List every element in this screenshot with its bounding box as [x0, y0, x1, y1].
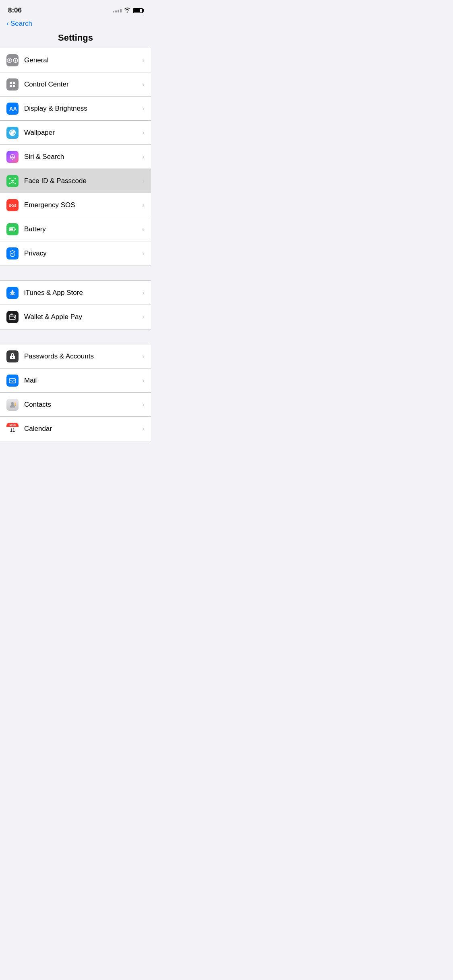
calendar-chevron: ›: [142, 425, 145, 433]
battery-label: Battery: [24, 225, 142, 233]
siri-search-label: Siri & Search: [24, 153, 142, 161]
face-id-label: Face ID & Passcode: [24, 177, 142, 185]
siri-icon: [6, 151, 19, 163]
calendar-icon: MON 11: [6, 423, 19, 435]
settings-row-display-brightness[interactable]: AA Display & Brightness ›: [0, 97, 151, 121]
wifi-icon: [124, 7, 130, 14]
passwords-accounts-label: Passwords & Accounts: [24, 352, 142, 360]
page-title-bar: Settings: [0, 31, 151, 48]
svg-rect-19: [15, 229, 16, 230]
wallet-applepay-label: Wallet & Apple Pay: [24, 313, 142, 321]
face-id-chevron: ›: [142, 177, 145, 185]
page-title: Settings: [0, 33, 151, 43]
section-gap-1: [0, 266, 151, 280]
emergency-sos-chevron: ›: [142, 201, 145, 209]
privacy-label: Privacy: [24, 249, 142, 257]
face-id-icon: [6, 175, 19, 187]
svg-rect-31: [14, 405, 16, 406]
svg-rect-1: [10, 82, 12, 84]
status-icons: [113, 7, 143, 14]
control-center-label: Control Center: [24, 80, 142, 89]
siri-search-chevron: ›: [142, 153, 145, 161]
svg-text:AA: AA: [9, 106, 17, 112]
svg-rect-26: [14, 317, 15, 318]
emergency-sos-icon: SOS: [6, 199, 19, 211]
settings-row-siri-search[interactable]: Siri & Search ›: [0, 145, 151, 169]
mail-label: Mail: [24, 377, 142, 385]
wallpaper-icon: [6, 127, 19, 139]
settings-group-1: General › Control Center › AA Display & …: [0, 48, 151, 266]
svg-point-28: [11, 402, 14, 405]
passwords-accounts-chevron: ›: [142, 352, 145, 360]
general-label: General: [24, 56, 142, 64]
settings-row-contacts[interactable]: Contacts ›: [0, 393, 151, 417]
settings-row-emergency-sos[interactable]: SOS Emergency SOS ›: [0, 193, 151, 217]
svg-rect-2: [13, 82, 15, 84]
display-brightness-chevron: ›: [142, 105, 145, 113]
svg-text:11: 11: [10, 428, 15, 432]
battery-icon-row: [6, 223, 19, 235]
svg-rect-27: [9, 379, 16, 383]
wallet-icon: [6, 311, 19, 323]
settings-row-general[interactable]: General ›: [0, 48, 151, 72]
emergency-sos-label: Emergency SOS: [24, 201, 142, 209]
settings-row-passwords-accounts[interactable]: Passwords & Accounts ›: [0, 344, 151, 369]
contacts-chevron: ›: [142, 401, 145, 409]
general-chevron: ›: [142, 56, 145, 64]
svg-rect-30: [14, 404, 16, 405]
itunes-appstore-chevron: ›: [142, 289, 145, 297]
settings-group-2: iTunes & App Store › Wallet & Apple Pay …: [0, 280, 151, 329]
svg-rect-29: [14, 403, 16, 404]
svg-rect-20: [10, 228, 13, 230]
settings-row-battery[interactable]: Battery ›: [0, 217, 151, 241]
back-label: Search: [10, 20, 32, 28]
control-center-chevron: ›: [142, 80, 145, 89]
svg-point-16: [12, 156, 13, 158]
nav-bar: ‹ Search: [0, 18, 151, 31]
settings-row-wallpaper[interactable]: Wallpaper ›: [0, 121, 151, 145]
contacts-label: Contacts: [24, 401, 142, 409]
svg-text:SOS: SOS: [9, 204, 17, 208]
battery-status-icon: [133, 8, 143, 13]
signal-icon: [113, 9, 122, 12]
contacts-icon: [6, 399, 19, 411]
status-bar: 8:06: [0, 0, 151, 18]
wallpaper-chevron: ›: [142, 129, 145, 137]
settings-row-mail[interactable]: Mail ›: [0, 369, 151, 393]
display-brightness-icon: AA: [6, 103, 19, 115]
settings-row-face-id[interactable]: Face ID & Passcode ›: [0, 169, 151, 193]
settings-row-control-center[interactable]: Control Center ›: [0, 72, 151, 97]
battery-chevron: ›: [142, 225, 145, 233]
mail-chevron: ›: [142, 377, 145, 385]
passwords-icon: [6, 350, 19, 362]
svg-text:MON: MON: [9, 424, 15, 426]
control-center-icon: [6, 78, 19, 91]
calendar-label: Calendar: [24, 425, 142, 433]
display-brightness-label: Display & Brightness: [24, 105, 142, 113]
back-chevron-icon: ‹: [6, 19, 9, 28]
itunes-appstore-label: iTunes & App Store: [24, 289, 142, 297]
general-icon: [6, 54, 19, 66]
status-time: 8:06: [8, 6, 22, 14]
appstore-icon: [6, 287, 19, 299]
wallpaper-label: Wallpaper: [24, 129, 142, 137]
privacy-chevron: ›: [142, 249, 145, 257]
settings-row-privacy[interactable]: Privacy ›: [0, 241, 151, 266]
settings-row-itunes-appstore[interactable]: iTunes & App Store ›: [0, 281, 151, 305]
settings-row-wallet-applepay[interactable]: Wallet & Apple Pay ›: [0, 305, 151, 329]
privacy-icon: [6, 247, 19, 259]
settings-group-3: Passwords & Accounts › Mail › Contacts ›: [0, 344, 151, 441]
mail-icon: [6, 375, 19, 387]
svg-rect-25: [9, 316, 16, 317]
section-gap-2: [0, 329, 151, 344]
settings-row-calendar[interactable]: MON 11 Calendar ›: [0, 417, 151, 441]
back-button[interactable]: ‹ Search: [6, 19, 32, 28]
wallet-applepay-chevron: ›: [142, 313, 145, 321]
svg-rect-4: [13, 85, 15, 87]
svg-point-0: [9, 59, 10, 60]
svg-rect-3: [10, 85, 12, 87]
